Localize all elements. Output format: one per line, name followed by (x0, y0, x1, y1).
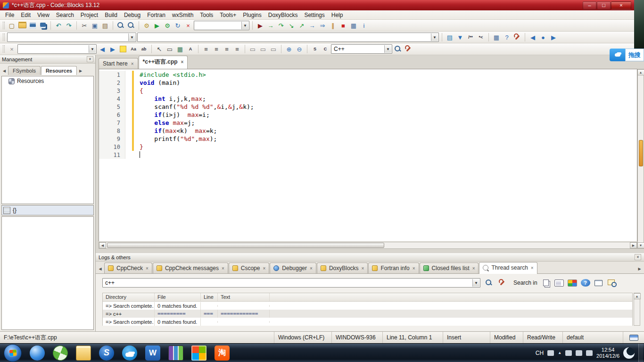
list-view-icon[interactable] (554, 280, 564, 287)
open-target-folder-icon[interactable] (594, 278, 603, 288)
break-debugger-icon[interactable]: ∥ (328, 21, 338, 30)
zoom-in-icon[interactable]: ⊕ (284, 44, 294, 54)
align-left-icon[interactable]: ≡ (201, 44, 211, 54)
minimize-button[interactable]: – (583, 1, 596, 9)
rebuild-icon[interactable]: ↻ (173, 21, 182, 30)
menu-wxsmith[interactable]: wxSmith (169, 11, 197, 19)
line-number[interactable]: 10 (99, 143, 125, 151)
scroll-up-icon[interactable]: ▲ (634, 293, 641, 299)
menu-project[interactable]: Project (77, 11, 101, 19)
align-justify-icon[interactable]: ≡ (232, 44, 242, 54)
logs-tab-doxyblocks[interactable]: DoxyBlocks× (317, 263, 368, 273)
stop-debugger-icon[interactable]: ■ (339, 21, 348, 30)
menu-tools-[interactable]: Tools+ (216, 11, 239, 19)
code-editor[interactable]: 1#include <stdio.h>2void (main)3{4 int i… (99, 69, 637, 241)
tab-close-icon[interactable]: × (146, 266, 149, 271)
logs-tab-cppcheck-messages[interactable]: CppCheck messages× (153, 263, 228, 273)
tab-scroll-right-icon[interactable]: ▶ (77, 66, 84, 75)
show-desktop-button[interactable] (638, 344, 643, 362)
cut-icon[interactable]: ✂ (80, 21, 89, 30)
result-row[interactable]: => Search complete.0 matches found. (103, 302, 632, 310)
align-right-icon[interactable]: ≡ (222, 44, 231, 54)
tab-close-icon[interactable]: × (362, 266, 364, 271)
column-header-directory[interactable]: Directory (103, 293, 155, 301)
replace-icon[interactable] (126, 21, 136, 30)
result-row[interactable]: => Search complete.0 matches found. (103, 318, 632, 326)
sogou-browser-icon[interactable]: S (99, 346, 114, 361)
logs-tab-thread-search[interactable]: Thread search× (479, 262, 537, 274)
menu-view[interactable]: View (34, 11, 53, 19)
menu-settings[interactable]: Settings (301, 11, 328, 19)
explorer-icon[interactable] (76, 346, 91, 361)
browse-prev-icon[interactable]: ◀ (528, 33, 537, 42)
line-number[interactable]: 4 (99, 95, 125, 103)
logs-tab-closed-files-list[interactable]: Closed files list× (420, 263, 479, 273)
chevron-down-icon[interactable]: ▼ (431, 33, 438, 41)
menu-tools[interactable]: Tools (197, 11, 216, 19)
step-into-icon[interactable]: ↘ (287, 21, 296, 30)
editor-hscrollbar[interactable]: ◀▶ (99, 242, 637, 249)
debug-info-icon[interactable]: i (359, 21, 369, 30)
thread-search-query-combo[interactable]: c++▼ (102, 278, 480, 288)
window-colors-icon[interactable] (568, 280, 577, 287)
browse-next-icon[interactable]: ▶ (549, 33, 558, 42)
tab-close-icon[interactable]: × (263, 266, 265, 271)
tab-close-icon[interactable]: × (181, 59, 184, 65)
cloud-disk-icon[interactable] (122, 346, 137, 361)
doxy-help-icon[interactable]: ? (502, 33, 512, 42)
chevron-down-icon[interactable]: ▼ (128, 33, 135, 41)
thread-search-go-icon[interactable] (393, 44, 403, 54)
menu-fortran[interactable]: Fortran (144, 11, 169, 19)
results-scrollbar[interactable]: ▲ (634, 293, 640, 326)
drag-search-icon[interactable] (610, 49, 625, 61)
line-number[interactable]: 1 (99, 71, 125, 79)
management-tab-fsymbols[interactable]: FSymbols (8, 66, 41, 75)
build-icon[interactable]: ⚙ (142, 21, 151, 30)
language-flag-icon[interactable] (623, 332, 644, 343)
doxyblocks-html-icon[interactable]: ▼ (455, 33, 465, 42)
line-number[interactable]: 9 (99, 135, 125, 143)
menu-build[interactable]: Build (101, 11, 121, 19)
doxy-line-comment-icon[interactable]: *< (476, 33, 486, 42)
scroll-up-icon[interactable]: ▲ (637, 69, 644, 75)
select-tool-icon[interactable]: ↖ (155, 44, 164, 54)
line-number[interactable]: 6 (99, 111, 125, 119)
build-and-run-icon[interactable]: ⚙ (163, 21, 172, 30)
line-number[interactable]: 3 (99, 87, 125, 95)
line-number[interactable]: 7 (99, 119, 125, 127)
match-case-icon[interactable]: Aa (129, 44, 138, 54)
save-all-icon[interactable] (38, 21, 48, 30)
browse-marker-icon[interactable]: ● (538, 33, 548, 42)
doxy-settings-icon[interactable] (512, 33, 522, 42)
build-target-combo[interactable]: ▼ (194, 21, 249, 30)
code-completion-function-combo[interactable]: ▼ (137, 33, 439, 42)
thread-search-options-icon[interactable] (404, 44, 413, 54)
menu-file[interactable]: File (2, 11, 17, 19)
new-file-icon[interactable]: ▢ (7, 21, 17, 30)
chevron-down-icon[interactable]: ▼ (384, 45, 391, 53)
keyboard-icon[interactable] (547, 350, 554, 356)
copy-results-icon[interactable] (541, 278, 551, 288)
search-options-icon[interactable] (497, 278, 507, 288)
tab-close-icon[interactable]: × (472, 266, 475, 271)
thread-search-lang-combo[interactable]: C++▼ (331, 44, 392, 54)
wps-icon[interactable]: W (145, 346, 160, 361)
close-button[interactable]: × (611, 1, 631, 9)
editor-vscrollbar[interactable]: ▲▼ (637, 69, 644, 249)
spell-check-icon[interactable]: S (310, 44, 320, 54)
winrar-icon[interactable] (168, 346, 183, 361)
step-out-icon[interactable]: ↗ (297, 21, 306, 30)
management-close-icon[interactable]: × (87, 56, 93, 62)
logs-tab-scroll-right-icon[interactable]: ▶ (636, 264, 643, 273)
tab-close-icon[interactable]: × (131, 61, 134, 66)
chevron-down-icon[interactable]: ▼ (472, 279, 479, 287)
next-instruction-icon[interactable]: → (307, 21, 317, 30)
abort-build-icon[interactable]: × (183, 21, 193, 30)
search-in-files-icon[interactable] (607, 278, 617, 288)
step-into-instruction-icon[interactable]: ⇒ (318, 21, 327, 30)
drag-search-widget[interactable]: 拖搜 (610, 49, 644, 61)
border-box2-icon[interactable]: ▭ (258, 44, 268, 54)
tab-close-icon[interactable]: × (222, 266, 224, 271)
scroll-left-icon[interactable]: ◀ (99, 242, 106, 248)
rect-tool-icon[interactable]: ▭ (165, 44, 174, 54)
